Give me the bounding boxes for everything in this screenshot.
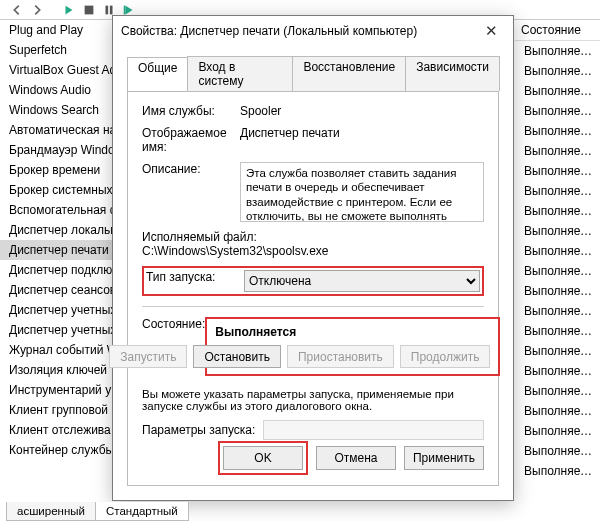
apply-button[interactable]: Применить xyxy=(404,446,484,470)
ok-button[interactable]: OK xyxy=(223,446,303,470)
state-cell: Выполняется xyxy=(515,81,600,101)
state-cell: Выполняется xyxy=(515,201,600,221)
state-column: Состояние ВыполняетсяВыполняетсяВыполняе… xyxy=(515,20,600,481)
label-display-name: Отображаемое имя: xyxy=(142,126,240,154)
startup-note: Вы можете указать параметры запуска, при… xyxy=(142,388,484,412)
tab-1[interactable]: Вход в систему xyxy=(187,56,293,91)
value-display-name: Диспетчер печати xyxy=(240,126,484,154)
state-cell: Выполняется xyxy=(515,421,600,441)
label-description: Описание: xyxy=(142,162,240,222)
tab-extended[interactable]: асширенный xyxy=(6,502,96,521)
back-icon[interactable] xyxy=(10,3,24,17)
cancel-button[interactable]: Отмена xyxy=(316,446,396,470)
state-cell: Выполняется xyxy=(515,41,600,61)
startup-highlight: Тип запуска: Отключена xyxy=(142,266,484,296)
state-cell: Выполняется xyxy=(515,261,600,281)
state-cell: Выполняется xyxy=(515,241,600,261)
state-cell: Выполняется xyxy=(515,461,600,481)
dialog-title: Свойства: Диспетчер печати (Локальный ко… xyxy=(121,24,477,38)
svg-rect-3 xyxy=(124,5,126,14)
value-exe-path: C:\Windows\System32\spoolsv.exe xyxy=(142,244,484,258)
forward-icon[interactable] xyxy=(30,3,44,17)
state-cell: Выполняется xyxy=(515,61,600,81)
properties-dialog: Свойства: Диспетчер печати (Локальный ко… xyxy=(112,15,514,501)
bottom-tabs[interactable]: асширенный Стандартный xyxy=(6,502,188,521)
tab-2[interactable]: Восстановление xyxy=(292,56,406,91)
start-button: Запустить xyxy=(109,345,187,368)
state-cell: Выполняется xyxy=(515,141,600,161)
play-icon[interactable] xyxy=(62,3,76,17)
state-cell: Выполняется xyxy=(515,221,600,241)
state-cell: Выполняется xyxy=(515,301,600,321)
value-state: Выполняется xyxy=(215,325,490,339)
state-cell: Выполняется xyxy=(515,361,600,381)
svg-rect-2 xyxy=(110,5,113,14)
state-cell: Выполняется xyxy=(515,401,600,421)
state-cell: Выполняется xyxy=(515,441,600,461)
state-highlight: Выполняется Запустить Остановить Приоста… xyxy=(205,317,500,376)
label-startup-type: Тип запуска: xyxy=(146,270,244,292)
label-service-name: Имя службы: xyxy=(142,104,240,118)
tab-3[interactable]: Зависимости xyxy=(405,56,500,91)
state-cell: Выполняется xyxy=(515,161,600,181)
state-cell: Выполняется xyxy=(515,181,600,201)
value-service-name: Spooler xyxy=(240,104,484,118)
state-cell: Выполняется xyxy=(515,281,600,301)
tab-0[interactable]: Общие xyxy=(127,57,188,92)
value-description[interactable]: Эта служба позволяет ставить задания печ… xyxy=(240,162,484,222)
svg-rect-1 xyxy=(106,5,109,14)
label-params: Параметры запуска: xyxy=(142,423,255,437)
state-cell: Выполняется xyxy=(515,121,600,141)
startup-type-select[interactable]: Отключена xyxy=(244,270,480,292)
params-field xyxy=(263,420,484,440)
state-cell: Выполняется xyxy=(515,101,600,121)
tab-standard[interactable]: Стандартный xyxy=(95,502,189,521)
state-cell: Выполняется xyxy=(515,321,600,341)
state-cell: Выполняется xyxy=(515,381,600,401)
svg-rect-0 xyxy=(85,5,94,14)
state-cell: Выполняется xyxy=(515,341,600,361)
resume-button: Продолжить xyxy=(400,345,491,368)
label-exe-path: Исполняемый файл: xyxy=(142,230,484,244)
ok-highlight: OK xyxy=(218,441,308,475)
pause-button: Приостановить xyxy=(287,345,394,368)
state-header[interactable]: Состояние xyxy=(515,20,600,41)
close-icon[interactable]: ✕ xyxy=(477,22,505,40)
stop-icon[interactable] xyxy=(82,3,96,17)
stop-button[interactable]: Остановить xyxy=(193,345,281,368)
